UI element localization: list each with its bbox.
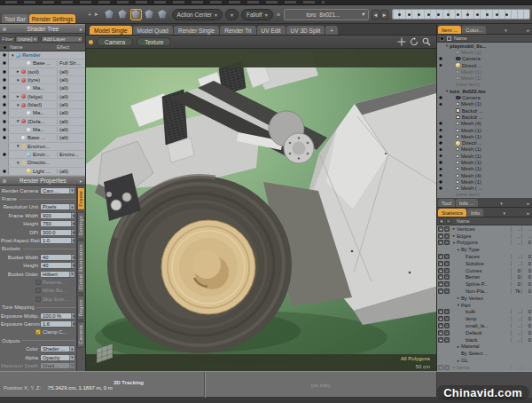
- visibility-eye-icon[interactable]: [0, 151, 9, 158]
- item-list-row[interactable]: Mesh (1): [437, 178, 532, 185]
- item-list-row[interactable]: Mesh (1): [437, 75, 532, 81]
- vertices-mode-icon[interactable]: [104, 9, 115, 20]
- keyframe-marker[interactable]: [398, 13, 401, 16]
- select-plus-button[interactable]: +: [438, 365, 443, 370]
- dropdown-render-camera[interactable]: Cam ...▾: [40, 187, 75, 194]
- stat-row[interactable]: ▼Part: [437, 302, 532, 309]
- chevron-down-icon[interactable]: ▾: [505, 28, 509, 34]
- stat-row[interactable]: +-Faces..0: [437, 253, 532, 260]
- tab-item[interactable]: Item ...: [438, 26, 461, 34]
- shader-tree-row[interactable]: Ma...(all): [0, 126, 85, 134]
- props-tab-region[interactable]: Region: [77, 296, 85, 320]
- select-plus-button[interactable]: +: [438, 330, 443, 336]
- viewport-tab-render-tri[interactable]: Render Tri: [220, 26, 255, 35]
- pan-icon[interactable]: [397, 37, 406, 46]
- visibility-eye-icon[interactable]: [437, 186, 444, 190]
- viewport-tab-[interactable]: +: [325, 26, 338, 35]
- visibility-eye-icon[interactable]: [0, 93, 9, 100]
- deselect-minus-button[interactable]: -: [444, 323, 450, 328]
- deselect-minus-button[interactable]: -: [444, 281, 450, 287]
- props-tab-camera[interactable]: Camera: [77, 321, 85, 348]
- panel-more-icon[interactable]: ▸: [527, 210, 531, 217]
- stat-row[interactable]: By Select ...: [437, 350, 532, 357]
- spinner-icon[interactable]: [71, 230, 74, 235]
- spinner-icon[interactable]: [71, 313, 74, 319]
- visibility-eye-icon[interactable]: [0, 159, 9, 166]
- keyframe-marker[interactable]: [427, 13, 430, 16]
- shader-tree-row[interactable]: ▼Environ...: [0, 143, 85, 151]
- props-tab-frame[interactable]: Frame: [77, 187, 85, 210]
- 3d-viewport[interactable]: All Polygons 50 cm: [86, 49, 436, 371]
- select-plus-button[interactable]: +: [438, 274, 443, 280]
- deselect-minus-button[interactable]: -: [444, 309, 450, 314]
- visibility-eye-icon[interactable]: [437, 96, 444, 99]
- stat-row[interactable]: +-lamp..0: [437, 315, 532, 322]
- dropdown-color[interactable]: Shader ...▾: [40, 345, 75, 352]
- item-list-row[interactable]: Backdr ...: [437, 114, 532, 120]
- input-frame-width[interactable]: 900: [40, 212, 75, 219]
- deselect-minus-button[interactable]: -: [444, 330, 450, 336]
- tab-color[interactable]: Color...: [462, 26, 486, 34]
- spinner-icon[interactable]: [71, 255, 74, 260]
- shader-tree-row[interactable]: ▼Render: [0, 51, 85, 59]
- shader-tree-row[interactable]: ►(felge)(all): [0, 93, 85, 101]
- select-plus-button[interactable]: +: [438, 226, 443, 232]
- input-height[interactable]: 40: [40, 262, 75, 269]
- item-list-row[interactable]: (new item): [437, 192, 532, 198]
- shader-tree-row[interactable]: Light ...(all): [0, 168, 85, 176]
- stat-row[interactable]: ►Material: [437, 344, 532, 351]
- prev-scene-button[interactable]: ◂: [372, 10, 379, 20]
- select-plus-button[interactable]: +: [438, 233, 443, 239]
- camera-view-dropdown[interactable]: Camera: [97, 37, 133, 46]
- stat-row[interactable]: +-black..0: [437, 336, 532, 344]
- add-tab-button[interactable]: +: [86, 12, 93, 18]
- tab-statistics[interactable]: Statistics: [438, 209, 466, 217]
- keyframe-marker[interactable]: [486, 13, 489, 16]
- shader-tree-row[interactable]: ▼(Defa...(all): [0, 118, 85, 126]
- visibility-eye-icon[interactable]: [0, 76, 9, 83]
- keyframe-marker[interactable]: [505, 13, 508, 16]
- shader-tree-row[interactable]: ▼(tyre)(all): [0, 76, 85, 84]
- shader-tree-row[interactable]: ►(soil)(all): [0, 68, 85, 76]
- shader-tree-row[interactable]: Ma...(all): [0, 84, 85, 92]
- panel-more-icon[interactable]: ▸: [80, 178, 82, 184]
- viewport-tab-uv-3d-split[interactable]: UV 3D Split: [286, 26, 325, 35]
- select-plus-button[interactable]: +: [438, 254, 443, 259]
- stat-row[interactable]: +-Curves00: [437, 267, 532, 274]
- input-exposure-gamma[interactable]: 1.6: [40, 320, 75, 328]
- item-list-row[interactable]: Directi ...: [437, 139, 532, 146]
- visibility-eye-icon[interactable]: [437, 103, 444, 107]
- action-axis-dropdown[interactable]: ▾: [225, 9, 239, 20]
- item-list-row[interactable]: Camera: [437, 56, 532, 62]
- spinner-icon[interactable]: [71, 263, 74, 268]
- shader-tree-row[interactable]: Base ...(all): [0, 134, 85, 142]
- action-center-dropdown[interactable]: Action Center ▾: [172, 9, 223, 20]
- spinner-icon[interactable]: [71, 213, 74, 218]
- visibility-eye-icon[interactable]: [437, 64, 444, 67]
- item-list-row[interactable]: Mesh (1): [437, 101, 532, 107]
- panel-more-icon[interactable]: ▸: [527, 28, 531, 34]
- render-properties-header[interactable]: Render Properties ▸: [0, 176, 85, 186]
- stat-row[interactable]: +-Default..0: [437, 329, 532, 336]
- checkbox-clamp-c[interactable]: ✓: [35, 329, 41, 335]
- item-list-row[interactable]: Mesh (1): [437, 166, 532, 172]
- keyframe-marker[interactable]: [466, 13, 469, 16]
- deselect-minus-button[interactable]: -: [444, 261, 450, 266]
- visibility-eye-icon[interactable]: [0, 84, 9, 91]
- texture-shading-dropdown[interactable]: Texture: [137, 37, 171, 46]
- panel-more-icon[interactable]: ▸: [527, 201, 531, 207]
- select-plus-button[interactable]: +: [438, 261, 443, 266]
- visibility-eye-icon[interactable]: [437, 180, 444, 184]
- shader-tree-header[interactable]: Shader Tree ▸: [0, 24, 85, 34]
- checkbox-skip-exis[interactable]: [35, 296, 41, 302]
- item-list-row[interactable]: Mesh ( ...: [437, 186, 532, 192]
- keyframe-marker[interactable]: [418, 13, 420, 16]
- stat-row[interactable]: +-Spline P...00: [437, 281, 532, 288]
- effect-column-header[interactable]: Effect: [57, 44, 85, 50]
- scene-selector-dropdown[interactable]: toro_8x021... ▾: [284, 9, 369, 20]
- zoom-icon[interactable]: [422, 37, 431, 46]
- visibility-eye-icon[interactable]: [437, 148, 444, 152]
- visibility-eye-icon[interactable]: [0, 168, 9, 175]
- next-scene-button[interactable]: ▸: [380, 10, 388, 20]
- tab-info[interactable]: Info: [467, 209, 483, 217]
